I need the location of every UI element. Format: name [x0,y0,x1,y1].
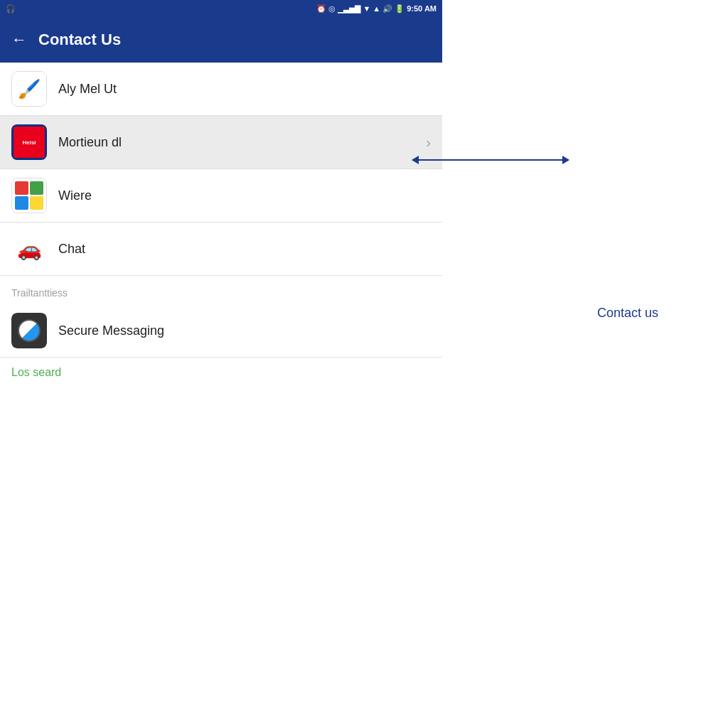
secure-icon [11,313,47,348]
signal-icon: ▁▃▅▇ [338,4,360,14]
headphone-icon: 🎧 [6,4,16,14]
status-bar-left: 🎧 [6,4,16,14]
back-button[interactable]: ← [11,31,27,49]
chevron-right-icon: › [426,134,431,151]
secure-messaging-label: Secure Messaging [58,323,431,338]
chat-icon-wrapper: 🚗 [11,231,47,267]
aly-mel-ut-label: Aly Mel Ut [58,82,431,97]
list-item-chat[interactable]: 🚗 Chat [0,223,442,276]
section-header-trailtanttiess: Trailtanttiess [0,276,442,304]
section-header-label: Trailtanttiess [11,287,68,299]
arrow-annotation [412,159,569,161]
contact-us-annotation-label: Contact us [597,306,658,321]
list-item-aly-mel-ut[interactable]: 🖌️ Aly Mel Ut [0,63,442,116]
los-seard-label: Los seard [11,366,61,378]
list-item-wiere[interactable]: Wiere [0,169,442,223]
bidirectional-arrow [412,159,569,161]
secure-messaging-icon-wrapper [11,313,47,348]
list-container: 🖌️ Aly Mel Ut Helsi Mortieun dl › Wiere … [0,63,442,387]
list-item-mortieun-dl[interactable]: Helsi Mortieun dl › [0,116,442,169]
network-icon: ▲ [373,4,380,13]
status-bar: 🎧 ⏰ ◎ ▁▃▅▇ ▼ ▲ 🔊 🔋 9:50 AM [0,0,442,17]
volume-icon: 🔊 [382,4,392,14]
brush-icon: 🖌️ [11,71,47,107]
status-bar-right: ⏰ ◎ ▁▃▅▇ ▼ ▲ 🔊 🔋 9:50 AM [316,4,437,14]
alarm-icon: ⏰ [316,4,326,14]
mortieun-brand-icon: Helsi [11,124,47,160]
wiere-icon [11,178,47,213]
mortieun-dl-label: Mortieun dl [58,135,426,150]
secure-circle [18,319,41,342]
wifi-icon: ▼ [363,4,370,13]
list-item-secure-messaging[interactable]: Secure Messaging [0,304,442,358]
status-time: 9:50 AM [407,4,437,13]
aly-mel-ut-icon: 🖌️ [11,71,47,107]
battery-icon: 🔋 [395,4,405,14]
location-icon: ◎ [328,4,336,14]
mortieun-dl-icon: Helsi [11,124,47,160]
grid-icon [11,178,47,213]
car-icon: 🚗 [11,231,47,267]
wiere-label: Wiere [58,188,431,203]
page-title: Contact Us [38,31,121,49]
app-header: ← Contact Us [0,17,442,63]
los-seard-link[interactable]: Los seard [0,358,442,387]
chat-label: Chat [58,242,431,257]
